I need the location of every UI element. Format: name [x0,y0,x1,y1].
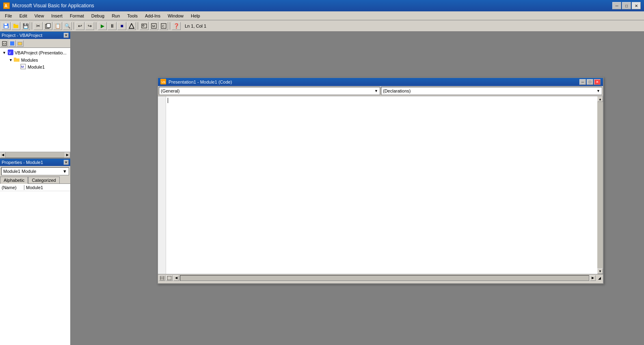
toolbar-undo[interactable]: ↩ [76,22,84,30]
tree-item-module1[interactable]: M Module1 [1,63,69,71]
code-maximize-button[interactable]: □ [587,79,593,85]
code-editor-area: ▲ ▼ [158,96,603,274]
toolbar-sep-4 [138,22,138,30]
toolbar-run[interactable]: ▶ [98,22,107,30]
project-view-code[interactable]: <> [1,40,8,47]
toolbar-cut[interactable]: ✂ [34,22,43,30]
maximize-button[interactable]: □ [622,2,631,9]
toolbar-help[interactable]: ❓ [172,22,181,30]
toolbar-save[interactable] [2,22,11,30]
svg-rect-3 [4,24,7,25]
menu-file[interactable]: File [2,13,15,19]
toolbar-class[interactable]: C [159,22,168,30]
toolbar-open[interactable] [11,22,20,30]
scroll-right-arrow[interactable]: ▶ [65,152,70,158]
toolbar-sep-1 [32,22,32,30]
code-declarations-dropdown[interactable]: (Declarations) ▼ [381,87,602,95]
code-cursor [168,98,168,103]
code-scroll-h-right[interactable]: ▶ [590,275,596,281]
tree-modules-label: Modules [21,58,38,63]
code-scroll-up[interactable]: ▲ [597,96,603,102]
toolbar-copy[interactable] [43,22,52,30]
svg-rect-5 [13,25,18,28]
menu-debug[interactable]: Debug [88,13,108,19]
svg-text:M: M [21,65,24,69]
menu-insert[interactable]: Insert [48,13,66,19]
svg-rect-19 [18,42,22,45]
project-view-object[interactable] [9,40,16,47]
menu-run[interactable]: Run [108,13,123,19]
tree-vbaproject-label: VBAProject (Presentatio... [15,50,67,55]
toolbar-sep-5 [170,22,170,30]
code-window-buttons: ─ □ ✕ [579,79,601,85]
tab-alphabetic[interactable]: Alphabetic [0,177,28,184]
tree-expand-modules: ▼ [9,58,13,62]
menu-window[interactable]: Window [164,13,187,19]
svg-rect-6 [13,24,15,25]
properties-panel-title: Properties - Module1 ✕ [0,159,70,166]
code-scroll-down[interactable]: ▼ [597,268,603,274]
project-panel-close[interactable]: ✕ [64,33,69,38]
toolbar-design[interactable] [127,22,136,30]
properties-dropdown-value: Module1 Module [3,169,36,174]
toolbar-position: Ln 1, Col 1 [185,24,206,28]
left-panel: Project - VBAProject ✕ <> ▼ V [0,32,71,345]
scroll-left-arrow[interactable]: ◀ [0,152,6,158]
code-scroll-h-left[interactable]: ◀ [173,275,179,281]
tree-item-modules[interactable]: ▼ Modules [1,57,69,63]
toolbar-find[interactable]: 🔍 [63,22,72,30]
svg-rect-8 [47,24,50,28]
toolbar-redo[interactable]: ↪ [85,22,94,30]
menu-help[interactable]: Help [188,13,203,19]
toolbar-sep-2 [73,22,74,30]
toolbar-stop[interactable]: ■ [117,22,126,30]
project-panel-label: Project - VBAProject [2,33,42,38]
toolbar-save-file[interactable]: 💾 [21,22,30,30]
tab-categorized[interactable]: Categorized [28,177,59,183]
code-dropdowns: (General) ▼ (Declarations) ▼ [158,86,603,96]
tree-item-root[interactable]: ▼ V VBAProject (Presentatio... [1,49,69,57]
minimize-button[interactable]: ─ [612,2,621,9]
prop-row-name[interactable]: (Name) Module1 [0,184,70,191]
close-button[interactable]: ✕ [632,2,641,9]
code-size-grip[interactable]: ◢ [596,275,602,281]
modules-folder-icon [14,57,20,63]
properties-table: (Name) Module1 [0,184,70,345]
code-minimize-button[interactable]: ─ [579,79,586,85]
menu-addins[interactable]: Add-Ins [142,13,164,19]
svg-rect-4 [4,26,8,28]
code-scroll-v-track[interactable] [597,102,603,268]
toolbar-pause[interactable]: ⏸ [108,22,117,30]
menu-view[interactable]: View [31,13,48,19]
tree-module1-label: Module1 [28,65,45,69]
properties-panel: Properties - Module1 ✕ Module1 Module ▼ … [0,158,70,345]
menu-format[interactable]: Format [67,13,87,19]
svg-rect-18 [10,41,14,45]
toolbar-paste[interactable]: 📋 [53,22,62,30]
app-title-text: Microsoft Visual Basic for Applications [12,3,610,9]
properties-panel-close[interactable]: ✕ [64,160,69,165]
code-window-title-bar: VB Presentation1 - Module1 (Code) ─ □ ✕ [158,78,603,86]
toolbar-module[interactable]: M [149,22,158,30]
app-title-bar: A Microsoft Visual Basic for Application… [0,0,644,11]
scroll-h-track[interactable] [6,153,65,157]
svg-text:C: C [162,24,164,28]
code-declarations-label: (Declarations) [383,88,411,93]
code-general-dropdown[interactable]: (General) ▼ [159,87,380,95]
module-icon: M [20,64,27,70]
menu-tools[interactable]: Tools [124,13,141,19]
code-view-full-module[interactable] [166,275,173,281]
code-scrollbar-v: ▲ ▼ [597,96,603,274]
code-view-proc[interactable] [159,275,165,281]
project-toggle-folders[interactable] [16,40,24,47]
code-scrollbar-h[interactable] [180,275,589,281]
svg-rect-23 [14,58,16,59]
code-window-icon: VB [160,79,166,85]
code-close-button[interactable]: ✕ [594,79,601,85]
menu-edit[interactable]: Edit [16,13,30,19]
menu-bar: File Edit View Insert Format Debug Run T… [0,11,644,20]
code-editor[interactable] [166,96,597,274]
svg-text:A: A [4,4,7,8]
properties-dropdown[interactable]: Module1 Module ▼ [1,167,69,175]
toolbar-userform[interactable] [140,22,149,30]
